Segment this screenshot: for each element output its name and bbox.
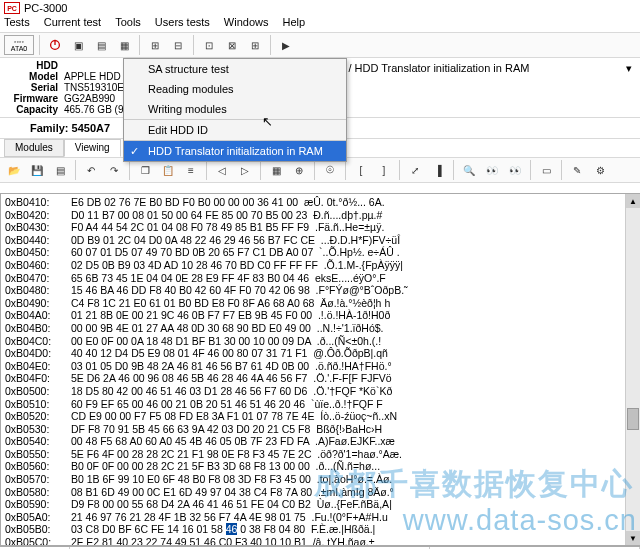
hex-row[interactable]: 0xB0550:5E F6 4F 00 28 28 2C 21 F1 98 0E… xyxy=(5,448,636,461)
play-icon[interactable]: ▶ xyxy=(276,35,296,55)
hex-row[interactable]: 0xB0410:E6 DB 02 76 7E B0 BD F0 B0 00 00… xyxy=(5,196,636,209)
paste-icon[interactable]: 📋 xyxy=(158,160,178,180)
breadcrumb-dropdown-icon[interactable]: ▾ xyxy=(626,62,632,75)
open-icon[interactable]: 📂 xyxy=(4,160,24,180)
hex-row[interactable]: 0xB04D0:40 40 12 D4 D5 E9 08 01 4F 46 00… xyxy=(5,347,636,360)
vertical-scrollbar[interactable]: ▲ ▼ xyxy=(625,194,640,545)
hex-icon[interactable]: ⦾ xyxy=(320,160,340,180)
dropdown-item-reading-modules[interactable]: Reading modules xyxy=(124,79,346,99)
family-value: 5450A7 xyxy=(72,122,111,134)
app-title: PC-3000 xyxy=(24,2,67,14)
expand-icon[interactable]: ⤢ xyxy=(405,160,425,180)
hex-row[interactable]: 0xB0540:00 48 F5 68 A0 60 A0 45 4B 46 05… xyxy=(5,435,636,448)
menu-bar: Tests Current test Tools Users tests Win… xyxy=(0,16,640,32)
menu-users-tests[interactable]: Users tests xyxy=(155,16,210,32)
family-label: Family: xyxy=(30,122,69,134)
xor-icon[interactable]: ⊕ xyxy=(289,160,309,180)
cursor-icon: ↖ xyxy=(262,114,273,129)
copy-icon[interactable]: ❐ xyxy=(135,160,155,180)
hex-row[interactable]: 0xB0580:08 B1 6D 49 00 0C E1 6D 49 97 04… xyxy=(5,486,636,499)
menu-tools[interactable]: Tools xyxy=(115,16,141,32)
main-toolbar: ◦◦◦◦ATA0 ▣ ▤ ▦ ⊞ ⊟ ⊡ ⊠ ⊞ ▶ xyxy=(0,32,640,58)
hex-row[interactable]: 0xB0570:B0 1B 6F 99 10 E0 6F 48 B0 F8 08… xyxy=(5,473,636,486)
dropdown-item-writing-modules[interactable]: Writing modules xyxy=(124,99,346,119)
ata-indicator[interactable]: ◦◦◦◦ATA0 xyxy=(4,35,34,55)
hex-row[interactable]: 0xB0530:DF F8 70 91 5B 45 66 63 9A 42 03… xyxy=(5,423,636,436)
power-icon[interactable] xyxy=(45,35,65,55)
page-next-icon[interactable]: ▷ xyxy=(235,160,255,180)
hex-row[interactable]: 0xB0520:CD E9 00 00 F7 F5 08 FD E8 3A F1… xyxy=(5,410,636,423)
hex-row[interactable]: 0xB05C0:2F E2 81 40 23 22 74 49 51 46 C0… xyxy=(5,536,636,546)
tab-modules[interactable]: Modules xyxy=(4,139,64,157)
grid2-icon[interactable]: ⊠ xyxy=(222,35,242,55)
hex-view[interactable]: 0xB0410:E6 DB 02 76 7E B0 BD F0 B0 00 00… xyxy=(1,194,640,546)
grid1-icon[interactable]: ⊡ xyxy=(199,35,219,55)
menu-current-test[interactable]: Current test xyxy=(44,16,101,32)
hex-row[interactable]: 0xB04B0:00 00 9B 4E 01 27 AA 48 0D 30 68… xyxy=(5,322,636,335)
strike-icon[interactable]: ≡ xyxy=(181,160,201,180)
menu-help[interactable]: Help xyxy=(282,16,305,32)
hex-row[interactable]: 0xB0450:60 07 01 D5 07 49 70 BD 0B 20 65… xyxy=(5,246,636,259)
hex-row[interactable]: 0xB0500:18 D5 80 42 00 46 51 46 03 D1 28… xyxy=(5,385,636,398)
cfg1-icon[interactable]: ⊞ xyxy=(145,35,165,55)
hdd-icon[interactable]: ▦ xyxy=(114,35,134,55)
hex-row[interactable]: 0xB0470:65 6B 73 45 1E 04 04 0E 28 E9 FF… xyxy=(5,272,636,285)
hex-row[interactable]: 0xB0480:15 46 BA 46 DD F8 40 B0 42 60 4F… xyxy=(5,284,636,297)
menu-windows[interactable]: Windows xyxy=(224,16,269,32)
menu-tests[interactable]: Tests xyxy=(4,16,30,32)
hex-row[interactable]: 0xB0590:D9 F8 00 00 55 68 D4 2A 46 41 46… xyxy=(5,498,636,511)
hex-row[interactable]: 0xB0430:F0 A4 44 54 2C 01 04 08 F0 78 49… xyxy=(5,221,636,234)
scroll-up-icon[interactable]: ▲ xyxy=(626,194,640,208)
edit-icon[interactable]: ✎ xyxy=(567,160,587,180)
save-icon[interactable]: 💾 xyxy=(27,160,47,180)
hex-row[interactable]: 0xB0490:C4 F8 1C 21 E0 61 01 B0 BD E8 F0… xyxy=(5,297,636,310)
redo-icon[interactable]: ↷ xyxy=(104,160,124,180)
doc-icon[interactable]: ▣ xyxy=(68,35,88,55)
bookmark-icon[interactable]: ▐ xyxy=(428,160,448,180)
calc-icon[interactable]: ▭ xyxy=(536,160,556,180)
hex-row[interactable]: 0xB0420:D0 11 B7 00 08 01 50 00 64 FE 85… xyxy=(5,209,636,222)
hex-row[interactable]: 0xB0460:02 D5 0B B9 03 4D AD 10 28 46 70… xyxy=(5,259,636,272)
hex-row[interactable]: 0xB04F0:5E D6 2A 46 00 96 08 46 5B 46 28… xyxy=(5,372,636,385)
scroll-down-icon[interactable]: ▼ xyxy=(626,531,640,545)
fill-icon[interactable]: ▦ xyxy=(266,160,286,180)
hex-row[interactable]: 0xB04A0:01 21 8B 0E 00 21 9C 46 0B F7 F7… xyxy=(5,309,636,322)
dropdown-item-sa-structure[interactable]: SA structure test xyxy=(124,59,346,79)
hex-row[interactable]: 0xB0510:60 F9 EF 65 00 46 00 21 0B 20 51… xyxy=(5,398,636,411)
bracket-close-icon[interactable]: ] xyxy=(374,160,394,180)
savepg-icon[interactable]: ▤ xyxy=(50,160,70,180)
hex-row[interactable]: 0xB04E0:03 01 05 D0 9B 48 2A 46 81 46 56… xyxy=(5,360,636,373)
undo-icon[interactable]: ↶ xyxy=(81,160,101,180)
tab-viewing[interactable]: Viewing xyxy=(64,139,121,157)
hex-row[interactable]: 0xB04C0:00 E0 0F 00 0A 18 48 D1 BF B1 30… xyxy=(5,335,636,348)
page-prev-icon[interactable]: ◁ xyxy=(212,160,232,180)
dropdown-item-hdd-translator[interactable]: HDD Translator initialization in RAM xyxy=(124,140,346,161)
tool-icon[interactable]: ⚙ xyxy=(590,160,610,180)
scroll-thumb[interactable] xyxy=(627,408,639,430)
bracket-open-icon[interactable]: [ xyxy=(351,160,371,180)
test-dropdown-menu: SA structure test Reading modules Writin… xyxy=(123,58,347,162)
find-next-icon[interactable]: 👀 xyxy=(505,160,525,180)
cfg2-icon[interactable]: ⊟ xyxy=(168,35,188,55)
dropdown-item-edit-hdd-id[interactable]: Edit HDD ID xyxy=(124,119,346,140)
doc2-icon[interactable]: ▤ xyxy=(91,35,111,55)
hex-row[interactable]: 0xB05A0:21 46 97 76 21 28 4F 1B 32 56 F7… xyxy=(5,511,636,524)
hex-row[interactable]: 0xB0560:B0 0F 0F 00 00 28 2C 21 5F B3 3D… xyxy=(5,460,636,473)
find-prev-icon[interactable]: 👀 xyxy=(482,160,502,180)
hex-row[interactable]: 0xB05B0:03 C8 D0 BF 6C FE 14 16 01 58 46… xyxy=(5,523,636,536)
grid3-icon[interactable]: ⊞ xyxy=(245,35,265,55)
find-icon[interactable]: 🔍 xyxy=(459,160,479,180)
hex-row[interactable]: 0xB0440:0D B9 01 2C 04 D0 0A 48 22 46 29… xyxy=(5,234,636,247)
app-icon: PC xyxy=(4,2,20,14)
